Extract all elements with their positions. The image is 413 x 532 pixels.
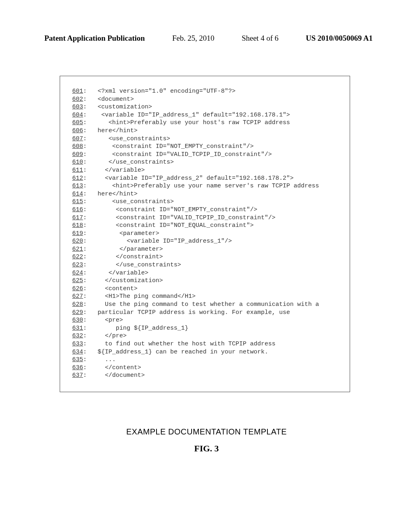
code-text: </use_constraints> [98,262,181,268]
line-number: 623 [72,262,83,268]
line-number: 630 [72,317,83,324]
line-number: 635 [72,356,83,363]
code-text: </variable> [98,270,148,276]
code-text: <hint>Preferably use your name server's … [98,183,319,189]
code-text: <?xml version="1.0" encoding="UTF-8"?> [98,88,236,95]
line-number: 624 [72,270,83,276]
code-text: <use_constraints> [98,198,174,205]
code-text: <document> [98,96,134,103]
publication-date: Feb. 25, 2010 [172,34,215,43]
code-text: </variable> [98,167,145,174]
code-text: </content> [98,364,141,371]
code-text: </pre> [98,332,127,339]
code-text: <parameter> [98,230,159,237]
figure-caption: EXAMPLE DOCUMENTATION TEMPLATE [0,427,413,436]
line-number: 616 [72,206,83,213]
line-number: 626 [72,285,83,292]
line-number: 612 [72,175,83,182]
line-number: 637 [72,372,83,379]
code-text: Use the ping command to test whether a c… [98,301,319,308]
code-text: </document> [98,372,145,379]
line-number: 609 [72,151,83,158]
line-number: 622 [72,254,83,260]
page: Patent Application Publication Feb. 25, … [0,0,413,532]
code-text: <hint>Preferably use your host's raw TCP… [98,119,290,126]
line-number: 618 [72,222,83,229]
code-text: <H1>The ping command</H1> [98,293,196,300]
line-number: 633 [72,341,83,347]
line-number: 636 [72,364,83,371]
code-text: <customization> [98,104,152,110]
code-text: ping ${IP_address_1} [98,325,188,332]
line-number: 615 [72,198,83,205]
line-number: 632 [72,332,83,339]
code-text: </parameter> [98,246,163,253]
code-text: ${IP_address_1} can be reached in your n… [98,349,268,355]
code-text: <use_constraints> [98,135,170,142]
code-text: <constraint ID="NOT_EMPTY_constraint"/> [98,206,257,213]
code-text: </customization> [98,277,163,284]
line-number: 605 [72,119,83,126]
code-text: ... [98,356,116,363]
line-number: 629 [72,309,83,316]
line-number: 628 [72,301,83,308]
code-text: </constraint> [98,254,163,260]
publication-label: Patent Application Publication [44,34,145,43]
line-number: 606 [72,127,83,134]
line-number: 625 [72,277,83,284]
code-text: <constraint ID="VALID_TCPIP_ID_constrain… [98,214,275,221]
line-number: 631 [72,325,83,332]
code-text: here</hint> [98,191,138,197]
code-text: <content> [98,285,138,292]
line-number: 602 [72,96,83,103]
line-number: 627 [72,293,83,300]
line-number: 613 [72,183,83,189]
line-number: 617 [72,214,83,221]
line-number: 611 [72,167,83,174]
line-number: 610 [72,159,83,166]
code-text: <variable ID="IP_address_1"/> [98,238,232,245]
sheet-number: Sheet 4 of 6 [242,34,278,43]
figure-label: FIG. 3 [0,443,413,454]
code-text: <constraint ID="NOT_EQUAL_constraint"> [98,222,254,229]
code-text: </use_constraints> [98,159,174,166]
code-text: <variable ID="IP_address_2" default="192… [98,175,294,182]
line-number: 608 [72,143,83,150]
line-number: 634 [72,349,83,355]
line-number: 619 [72,230,83,237]
publication-number: US 2010/0050069 A1 [306,34,373,43]
line-number: 603 [72,104,83,110]
line-number: 601 [72,88,83,95]
code-text: to find out whether the host with TCPIP … [98,341,275,347]
code-text: <constraint ID="NOT_EMPTY_constraint"/> [98,143,254,150]
line-number: 604 [72,112,83,118]
code-text: <constraint ID="VALID_TCPIP_ID_constrain… [98,151,272,158]
code-listing-box: 601: <?xml version="1.0" encoding="UTF-8… [60,76,350,392]
page-header: Patent Application Publication Feb. 25, … [0,34,413,43]
code-text: here</hint> [98,127,138,134]
code-text: <variable ID="IP_address_1" default="192… [98,112,290,118]
line-number: 621 [72,246,83,253]
code-text: <pre> [98,317,123,324]
line-number: 614 [72,191,83,197]
line-number: 607 [72,135,83,142]
code-text: particular TCPIP address is working. For… [98,309,290,316]
line-number: 620 [72,238,83,245]
